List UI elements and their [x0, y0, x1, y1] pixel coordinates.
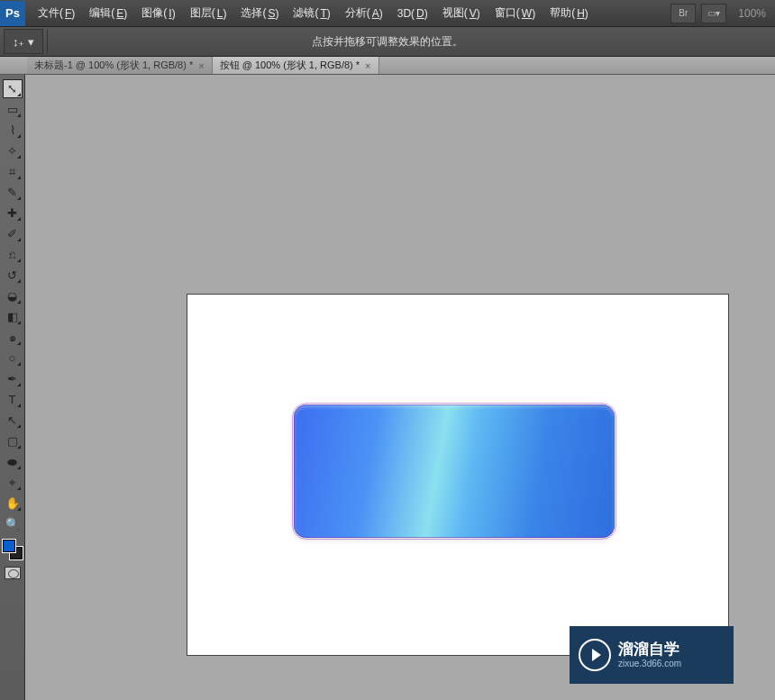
menu-item-f[interactable]: 文件(F)	[31, 0, 82, 26]
menu-item-d[interactable]: 3D(D)	[390, 0, 435, 26]
marquee-tool-icon: ▭	[7, 104, 18, 115]
document-tab-label: 未标题-1 @ 100% (形状 1, RGB/8) *	[34, 59, 193, 72]
options-hint-text: 点按并拖移可调整效果的位置。	[312, 34, 463, 50]
close-icon[interactable]: ×	[365, 60, 370, 71]
menu-item-l[interactable]: 图层(L)	[183, 0, 234, 26]
screen-mode-button[interactable]: ▭▾	[701, 4, 726, 23]
menu-item-w[interactable]: 窗口(W)	[488, 0, 542, 26]
watermark-subtitle: zixue.3d66.com	[618, 659, 681, 669]
healing-brush-tool[interactable]: ✚	[3, 204, 23, 223]
brush-tool-icon: ✐	[7, 228, 17, 240]
lasso-tool[interactable]: ⌇	[3, 121, 23, 140]
dodge-tool[interactable]: ○	[3, 349, 23, 368]
crop-tool[interactable]: ⌗	[3, 162, 23, 181]
3d-camera-tool[interactable]: ⌖	[3, 473, 23, 492]
3d-tool-icon: ⬬	[7, 456, 17, 468]
hand-tool[interactable]: ✋	[3, 494, 23, 513]
watermark-title: 溜溜自学	[618, 641, 681, 659]
clone-stamp-tool-icon: ⎌	[9, 249, 16, 260]
zoom-tool-icon: 🔍	[5, 518, 20, 530]
zoom-level-label: 100%	[729, 7, 775, 20]
history-brush-tool[interactable]: ↺	[3, 266, 23, 285]
menu-item-a[interactable]: 分析(A)	[338, 0, 390, 26]
crop-tool-icon: ⌗	[9, 166, 15, 177]
pen-tool[interactable]: ✒	[3, 369, 23, 388]
bridge-button[interactable]: Br	[670, 4, 696, 23]
menu-item-e[interactable]: 编辑(E)	[82, 0, 134, 26]
menu-item-s[interactable]: 选择(S)	[233, 0, 286, 26]
document-tab-bar: 未标题-1 @ 100% (形状 1, RGB/8) *×按钮 @ 100% (…	[0, 57, 775, 75]
3d-tool[interactable]: ⬬	[3, 452, 23, 471]
options-bar: ↕₊ ▾ 点按并拖移可调整效果的位置。	[0, 27, 775, 57]
type-tool-icon: T	[9, 394, 16, 405]
separator	[47, 30, 48, 53]
pen-tool-icon: ✒	[7, 373, 17, 385]
eraser-tool[interactable]: ◒	[3, 286, 23, 305]
toolbox: ⤡▭⌇✧⌗✎✚✐⎌↺◒◧๑○✒T↖▢⬬⌖✋🔍	[0, 75, 25, 700]
blur-tool-icon: ๑	[9, 332, 16, 343]
magic-wand-tool[interactable]: ✧	[3, 141, 23, 160]
move-tool[interactable]: ⤡	[3, 79, 23, 98]
marquee-tool[interactable]: ▭	[3, 100, 23, 119]
path-selection-tool[interactable]: ↖	[3, 411, 23, 430]
brush-tool[interactable]: ✐	[3, 224, 23, 243]
tool-preset-picker[interactable]: ↕₊ ▾	[4, 29, 43, 54]
path-selection-tool-icon: ↖	[7, 414, 17, 426]
healing-brush-tool-icon: ✚	[7, 207, 17, 219]
watermark: 溜溜自学 zixue.3d66.com	[570, 626, 734, 684]
document-canvas[interactable]	[187, 295, 728, 655]
foreground-color-swatch[interactable]	[3, 540, 15, 552]
quick-mask-mode-button[interactable]	[5, 567, 21, 579]
type-tool[interactable]: T	[3, 390, 23, 409]
rectangle-shape-tool[interactable]: ▢	[3, 432, 23, 450]
document-tab[interactable]: 未标题-1 @ 100% (形状 1, RGB/8) *×	[27, 57, 213, 74]
document-tab-label: 按钮 @ 100% (形状 1, RGB/8) *	[220, 59, 360, 72]
menu-item-i[interactable]: 图像(I)	[134, 0, 182, 26]
rectangle-shape-tool-icon: ▢	[7, 435, 18, 447]
eyedropper-tool[interactable]: ✎	[3, 183, 23, 202]
3d-camera-tool-icon: ⌖	[9, 477, 15, 488]
menubar: Ps 文件(F)编辑(E)图像(I)图层(L)选择(S)滤镜(T)分析(A)3D…	[0, 0, 775, 27]
close-icon[interactable]: ×	[198, 60, 204, 71]
dodge-tool-icon: ○	[9, 352, 16, 364]
clone-stamp-tool[interactable]: ⎌	[3, 245, 23, 264]
play-circle-icon	[579, 639, 611, 671]
app-logo: Ps	[0, 1, 25, 26]
gradient-tool[interactable]: ◧	[3, 307, 23, 326]
gradient-tool-icon: ◧	[7, 311, 18, 323]
move-tool-icon: ⤡	[7, 83, 17, 95]
zoom-tool[interactable]: 🔍	[3, 514, 23, 533]
eyedropper-tool-icon: ✎	[7, 186, 17, 198]
canvas-area[interactable]: 溜溜自学 zixue.3d66.com	[25, 75, 775, 700]
hand-tool-icon: ✋	[5, 497, 20, 509]
menu-item-h[interactable]: 帮助(H)	[542, 0, 596, 26]
menu-item-t[interactable]: 滤镜(T)	[286, 0, 337, 26]
document-tab[interactable]: 按钮 @ 100% (形状 1, RGB/8) *×	[213, 57, 379, 74]
blur-tool[interactable]: ๑	[3, 328, 23, 347]
rounded-rectangle-shape[interactable]	[294, 405, 615, 538]
color-swatches[interactable]	[3, 540, 23, 559]
menu-item-v[interactable]: 视图(V)	[435, 0, 488, 26]
eraser-tool-icon: ◒	[7, 290, 17, 302]
move-preset-icon: ↕₊ ▾	[13, 36, 34, 48]
history-brush-tool-icon: ↺	[7, 269, 17, 281]
lasso-tool-icon: ⌇	[10, 124, 15, 136]
workspace: ⤡▭⌇✧⌗✎✚✐⎌↺◒◧๑○✒T↖▢⬬⌖✋🔍 溜溜自学 zixue.3d66.c…	[0, 75, 775, 700]
magic-wand-tool-icon: ✧	[7, 145, 17, 157]
